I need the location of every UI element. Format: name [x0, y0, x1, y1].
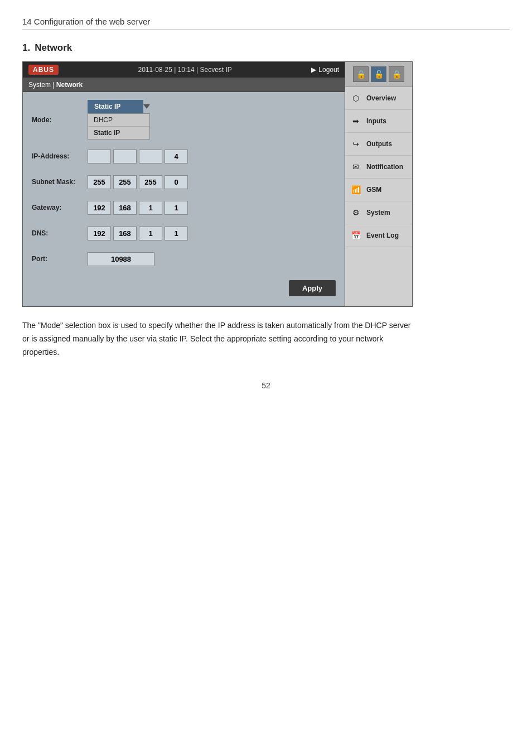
gateway-seg-1[interactable] — [88, 201, 111, 215]
form-area: Mode: Static IP DHCP Static IP — [23, 92, 345, 306]
port-controls — [88, 252, 154, 266]
sidebar: 🔒 🔓 🔒 ⬡ Overview ➡ Inputs ↪ Outputs ✉ No… — [345, 62, 412, 306]
top-bar: ABUS 2011-08-25 | 10:14 | Secvest IP ▶ L… — [23, 62, 345, 78]
sidebar-item-inputs[interactable]: ➡ Inputs — [345, 110, 412, 133]
inputs-icon: ➡ — [350, 115, 362, 127]
apply-button[interactable]: Apply — [289, 280, 336, 296]
gateway-label: Gateway: — [32, 204, 88, 211]
notification-icon: ✉ — [350, 161, 362, 173]
dns-seg-1[interactable] — [88, 227, 111, 240]
mode-controls: Static IP DHCP Static IP — [88, 100, 150, 139]
sidebar-item-eventlog[interactable]: 📅 Event Log — [345, 224, 412, 247]
section-title: Network — [35, 42, 72, 54]
ip-seg-4[interactable] — [165, 150, 188, 163]
breadcrumb: System | Network — [23, 78, 345, 92]
dns-seg-2[interactable] — [113, 227, 137, 240]
sidebar-item-overview[interactable]: ⬡ Overview — [345, 87, 412, 110]
gateway-seg-4[interactable] — [165, 201, 188, 215]
mode-dropdown-options: DHCP Static IP — [88, 113, 150, 139]
mode-option-staticip[interactable]: Static IP — [88, 127, 149, 139]
eventlog-icon: 📅 — [350, 229, 362, 242]
sidebar-lock-icons: 🔒 🔓 🔒 — [345, 62, 412, 87]
logout-arrow-icon: ▶ — [311, 66, 316, 74]
sidebar-label-notification: Notification — [366, 163, 403, 171]
dns-seg-3[interactable] — [139, 227, 162, 240]
mode-dropdown-arrow[interactable] — [143, 104, 150, 109]
ip-seg-3[interactable] — [139, 150, 162, 163]
dns-row: DNS: — [32, 224, 336, 242]
ip-controls — [88, 150, 188, 163]
port-input[interactable] — [88, 252, 154, 266]
mode-dropdown-container: Static IP DHCP Static IP — [88, 100, 150, 139]
sidebar-label-eventlog: Event Log — [366, 232, 399, 239]
ui-panel: ABUS 2011-08-25 | 10:14 | Secvest IP ▶ L… — [22, 61, 413, 307]
ip-address-row: IP-Address: — [32, 147, 336, 165]
subnet-seg-4[interactable] — [165, 175, 188, 189]
port-label: Port: — [32, 255, 88, 263]
lock-icon-2[interactable]: 🔓 — [371, 66, 386, 82]
breadcrumb-system[interactable]: System — [28, 81, 51, 89]
subnet-controls — [88, 175, 188, 189]
mode-label: Mode: — [32, 116, 88, 124]
mode-row: Mode: Static IP DHCP Static IP — [32, 100, 336, 139]
sidebar-label-overview: Overview — [366, 94, 396, 102]
mode-select[interactable]: Static IP — [88, 100, 143, 113]
dns-label: DNS: — [32, 229, 88, 237]
overview-icon: ⬡ — [350, 92, 362, 104]
dns-controls — [88, 227, 188, 240]
port-row: Port: — [32, 250, 336, 268]
page-number: 52 — [22, 381, 510, 390]
logout-label: Logout — [318, 66, 339, 74]
page-header-text: 14 Configuration of the web server — [22, 17, 150, 26]
sidebar-item-notification[interactable]: ✉ Notification — [345, 156, 412, 179]
apply-row: Apply — [32, 276, 336, 298]
logo: ABUS — [28, 65, 59, 75]
gateway-controls — [88, 201, 188, 215]
subnet-seg-2[interactable] — [113, 175, 137, 189]
subnet-seg-1[interactable] — [88, 175, 111, 189]
dns-seg-4[interactable] — [165, 227, 188, 240]
lock-icon-3[interactable]: 🔒 — [389, 66, 404, 82]
gateway-row: Gateway: — [32, 199, 336, 216]
sidebar-item-gsm[interactable]: 📶 GSM — [345, 179, 412, 201]
subnet-row: Subnet Mask: — [32, 173, 336, 191]
gateway-seg-3[interactable] — [139, 201, 162, 215]
sidebar-label-inputs: Inputs — [366, 117, 386, 125]
ip-seg-2[interactable] — [113, 150, 137, 163]
page-header: 14 Configuration of the web server — [22, 17, 510, 30]
sidebar-item-system[interactable]: ⚙ System — [345, 201, 412, 224]
sidebar-label-system: System — [366, 209, 390, 216]
lock-icon-1[interactable]: 🔒 — [353, 66, 369, 82]
sidebar-label-outputs: Outputs — [366, 140, 392, 148]
subnet-seg-3[interactable] — [139, 175, 162, 189]
sidebar-label-gsm: GSM — [366, 186, 381, 194]
outputs-icon: ↪ — [350, 138, 362, 150]
sidebar-item-outputs[interactable]: ↪ Outputs — [345, 133, 412, 156]
ip-seg-1[interactable] — [88, 150, 111, 163]
gsm-icon: 📶 — [350, 184, 362, 196]
breadcrumb-network[interactable]: Network — [56, 81, 83, 89]
section-number: 1. — [22, 42, 30, 54]
mode-option-dhcp[interactable]: DHCP — [88, 114, 149, 127]
main-area: ABUS 2011-08-25 | 10:14 | Secvest IP ▶ L… — [23, 62, 345, 306]
subnet-label: Subnet Mask: — [32, 178, 88, 186]
ip-label: IP-Address: — [32, 152, 88, 160]
logout-button[interactable]: ▶ Logout — [311, 66, 339, 74]
description-text: The "Mode" selection box is used to spec… — [22, 319, 413, 359]
system-icon: ⚙ — [350, 206, 362, 219]
top-bar-datetime: 2011-08-25 | 10:14 | Secvest IP — [138, 66, 231, 74]
gateway-seg-2[interactable] — [113, 201, 137, 215]
